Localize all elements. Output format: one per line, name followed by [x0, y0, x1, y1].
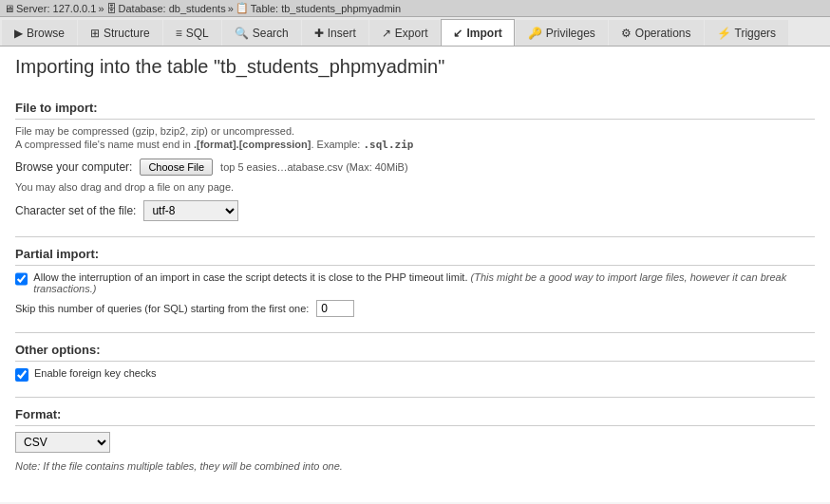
foreign-key-row: Enable foreign key checks	[15, 367, 815, 382]
tab-triggers[interactable]: ⚡ Triggers	[705, 20, 789, 46]
divider-3	[15, 397, 815, 398]
choose-file-button[interactable]: Choose File	[140, 159, 213, 176]
tab-export[interactable]: ↗ Export	[369, 20, 441, 46]
breadcrumb: 🖥 Server: 127.0.0.1 » 🗄 Database: db_stu…	[0, 0, 830, 17]
format-note: Note: If the file contains multiple tabl…	[15, 460, 815, 472]
privileges-icon: 🔑	[528, 27, 542, 40]
browse-label: Browse your computer:	[15, 160, 132, 174]
tab-structure-label: Structure	[104, 27, 150, 40]
file-info-2-pre: A compressed file's name must end in	[15, 139, 194, 150]
foreign-key-label: Enable foreign key checks	[34, 367, 156, 379]
skip-input[interactable]	[316, 300, 354, 317]
import-icon: ↙	[453, 27, 462, 40]
tab-search-label: Search	[253, 27, 289, 40]
file-name-display: top 5 easies…atabase.csv (Max: 40MiB)	[220, 161, 408, 173]
nav-tabs: ▶ Browse ⊞ Structure ≡ SQL 🔍 Search ✚ In…	[0, 17, 830, 47]
tab-import[interactable]: ↙ Import	[441, 19, 514, 46]
tab-insert[interactable]: ✚ Insert	[302, 20, 368, 46]
allow-interruption-row: Allow the interruption of an import in c…	[15, 271, 815, 294]
tab-structure[interactable]: ⊞ Structure	[78, 20, 162, 46]
tab-insert-label: Insert	[328, 27, 356, 40]
file-info-2-format: .[format].[compression]	[194, 139, 311, 150]
page-title: Importing into the table "tb_students_ph…	[15, 56, 815, 85]
charset-label: Character set of the file:	[15, 204, 136, 217]
skip-row: Skip this number of queries (for SQL) st…	[15, 300, 815, 317]
tab-sql[interactable]: ≡ SQL	[163, 20, 221, 46]
table-icon: 📋	[236, 2, 249, 14]
server-icon: 🖥	[4, 3, 14, 14]
sep2: »	[228, 3, 234, 14]
export-icon: ↗	[382, 27, 391, 40]
insert-icon: ✚	[314, 27, 324, 40]
file-section-title: File to import:	[15, 101, 815, 120]
tab-export-label: Export	[395, 27, 428, 40]
other-section-title: Other options:	[15, 343, 815, 362]
tab-privileges-label: Privileges	[546, 27, 595, 40]
browse-icon: ▶	[14, 27, 23, 40]
divider-1	[15, 236, 815, 237]
charset-select[interactable]: utf-8 latin1 utf-16	[143, 200, 238, 221]
tab-browse-label: Browse	[27, 27, 65, 40]
tab-triggers-label: Triggers	[735, 27, 777, 40]
format-section: Format: CSV SQL JSON XML ODS Excel Note:…	[15, 407, 815, 472]
search-icon: 🔍	[235, 27, 249, 40]
file-info-1: File may be compressed (gzip, bzip2, zip…	[15, 125, 815, 137]
browse-row: Browse your computer: Choose File top 5 …	[15, 159, 815, 176]
partial-section-title: Partial import:	[15, 247, 815, 266]
divider-2	[15, 332, 815, 333]
sql-icon: ≡	[176, 27, 182, 40]
structure-icon: ⊞	[90, 27, 100, 40]
allow-interruption-checkbox[interactable]	[15, 272, 28, 286]
file-info-2-post: . Example:	[311, 139, 363, 150]
main-content: Importing into the table "tb_students_ph…	[0, 47, 830, 502]
tab-privileges[interactable]: 🔑 Privileges	[516, 20, 608, 46]
operations-icon: ⚙	[621, 27, 632, 40]
file-info-2-example: .sql.zip	[363, 139, 413, 151]
triggers-icon: ⚡	[717, 27, 731, 40]
foreign-key-checkbox[interactable]	[15, 368, 28, 382]
tab-browse[interactable]: ▶ Browse	[2, 20, 77, 46]
database-icon: 🗄	[106, 3, 117, 14]
format-section-title: Format:	[15, 407, 815, 426]
file-info-2: A compressed file's name must end in .[f…	[15, 139, 815, 151]
server-label: Server: 127.0.0.1	[16, 3, 96, 14]
tab-operations-label: Operations	[635, 27, 691, 40]
format-select[interactable]: CSV SQL JSON XML ODS Excel	[15, 432, 110, 453]
tab-operations[interactable]: ⚙ Operations	[609, 20, 704, 46]
drag-drop-text: You may also drag and drop a file on any…	[15, 181, 815, 193]
tab-sql-label: SQL	[186, 27, 209, 40]
allow-interruption-label: Allow the interruption of an import in c…	[33, 271, 815, 294]
tab-search[interactable]: 🔍 Search	[222, 20, 301, 46]
charset-row: Character set of the file: utf-8 latin1 …	[15, 200, 815, 221]
database-label: Database: db_students	[119, 3, 226, 14]
table-label: Table: tb_students_phpmyadmin	[251, 3, 401, 14]
tab-import-label: Import	[466, 27, 501, 40]
partial-import-section: Partial import: Allow the interruption o…	[15, 247, 815, 317]
sep1: »	[98, 3, 104, 14]
skip-label: Skip this number of queries (for SQL) st…	[15, 303, 309, 314]
file-import-section: File to import: File may be compressed (…	[15, 101, 815, 221]
other-options-section: Other options: Enable foreign key checks	[15, 343, 815, 382]
